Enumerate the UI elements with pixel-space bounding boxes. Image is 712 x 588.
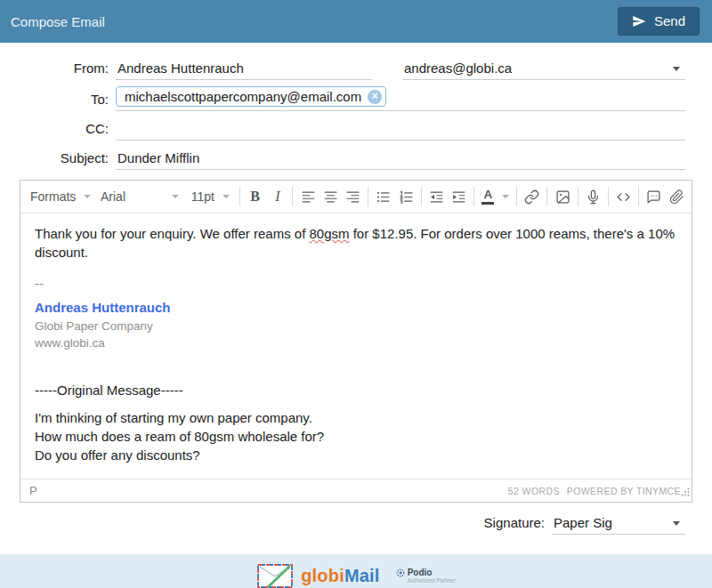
from-row: From: andreas@globi.ca [20,57,685,80]
align-right-icon [345,189,360,205]
image-icon [555,189,570,205]
bold-button[interactable]: B [244,184,266,209]
text-color-button[interactable]: A [478,184,498,209]
send-button-label: Send [654,13,685,28]
editor-body[interactable]: Thank you for your enquiry. We offer rea… [20,213,692,479]
toolbar-separator [546,187,547,206]
text-color-menu-button[interactable] [498,184,513,209]
original-message-header: -----Original Message----- [35,381,677,399]
align-left-button[interactable] [296,184,319,209]
numbered-list-button[interactable] [395,184,417,209]
toolbar-separator [239,187,240,206]
record-audio-button[interactable] [582,184,604,209]
toolbar-separator [473,187,474,206]
insert-link-button[interactable] [521,184,543,209]
signature-website: www.globi.ca [35,334,677,351]
toolbar-separator [578,187,578,206]
tinymce-branding[interactable]: POWERED BY TINYMCE [567,486,681,496]
caret-down-icon [172,195,179,202]
signature-label: Signature: [484,515,552,535]
increase-indent-icon [451,189,466,205]
misspelled-word: 80gsm [309,226,349,241]
numbered-list-icon [399,189,414,205]
caret-down-icon [84,195,91,202]
recipient-chip[interactable]: michaelscottpapercompany@email.com × [116,86,386,107]
formats-dropdown-label: Formats [30,189,76,204]
editor-toolbar: Formats Arial 11pt B I [20,181,692,213]
caret-down-icon [673,67,680,75]
microphone-icon [586,189,601,205]
original-message-line: How much does a ream of 80gsm wholesale … [35,427,677,446]
original-message-line: Do you offer any discounts? [35,446,677,464]
to-field[interactable]: michaelscottpapercompany@email.com × [116,86,685,111]
subject-input[interactable] [116,149,685,170]
resize-grip[interactable] [681,484,690,500]
podio-icon [396,568,405,577]
increase-indent-button[interactable] [448,184,470,209]
source-code-button[interactable] [612,184,635,209]
bullet-list-icon [376,189,391,205]
podio-name: Podio [408,568,433,577]
italic-button[interactable]: I [266,184,288,209]
remove-recipient-icon[interactable]: × [368,90,382,104]
text-color-icon: A [481,189,494,205]
compose-form: From: andreas@globi.ca To: michaelscottp… [0,43,712,170]
signature-divider: -- [35,274,677,293]
footer: globiMail Podio Authorized Partner [0,554,712,588]
globimail-logo[interactable]: globiMail [256,562,379,588]
link-icon [524,189,539,205]
toolbar-separator [516,187,517,206]
font-size-label: 11pt [191,189,214,204]
caret-down-icon [502,195,509,202]
toolbar-separator [638,187,639,206]
bullet-list-button[interactable] [372,184,394,209]
body-paragraph: Thank you for your enquiry. We offer rea… [35,224,677,262]
comment-icon [646,189,661,205]
from-account-select[interactable]: andreas@globi.ca [402,59,685,80]
decrease-indent-icon [429,189,444,205]
font-size-dropdown[interactable]: 11pt [185,185,236,208]
attach-file-button[interactable] [666,184,688,209]
align-right-button[interactable] [342,184,364,209]
original-message-line: I'm thinking of starting my own paper co… [35,408,677,427]
toolbar-separator [608,187,609,206]
globimail-envelope-icon [256,562,295,588]
insert-image-button[interactable] [551,184,573,209]
page-title: Compose Email [11,14,105,29]
align-left-icon [301,189,316,205]
cc-input[interactable] [116,119,685,141]
globimail-wordmark-mail: Mail [344,566,380,585]
font-family-dropdown[interactable]: Arial [94,185,185,208]
rich-text-editor: Formats Arial 11pt B I [20,180,692,503]
cc-label: CC: [20,121,116,141]
globimail-wordmark-globi: globi [301,566,344,585]
word-count: 52 WORDS [508,486,560,496]
paperclip-icon [669,189,684,205]
from-name-input[interactable] [116,59,372,80]
send-button[interactable]: Send [618,7,700,36]
toolbar-separator [292,187,293,206]
from-account-value: andreas@globi.ca [404,60,512,76]
decrease-indent-button[interactable] [425,184,448,209]
subject-row: Subject: [20,147,685,170]
italic-icon: I [275,189,279,205]
bold-icon: B [250,189,260,205]
align-center-icon [323,189,338,205]
signature-select[interactable]: Paper Sig [552,513,685,535]
editor-statusbar: P 52 WORDS POWERED BY TINYMCE [20,479,692,502]
recipient-chip-email: michaelscottpapercompany@email.com [125,89,361,104]
insert-comment-button[interactable] [643,184,665,209]
element-path[interactable]: P [29,484,37,497]
font-family-label: Arial [101,189,125,204]
caret-down-icon [222,195,230,202]
code-icon [616,189,631,205]
subject-label: Subject: [20,150,116,170]
podio-partner-badge[interactable]: Podio Authorized Partner [396,568,456,584]
signature-company: Globi Paper Company [35,318,677,334]
signature-row: Signature: Paper Sig [0,503,712,535]
to-label: To: [20,92,116,111]
signature-name: Andreas Huttenrauch [35,297,677,318]
signature-select-value: Paper Sig [554,515,612,530]
align-center-button[interactable] [320,184,342,209]
formats-dropdown[interactable]: Formats [24,185,94,208]
